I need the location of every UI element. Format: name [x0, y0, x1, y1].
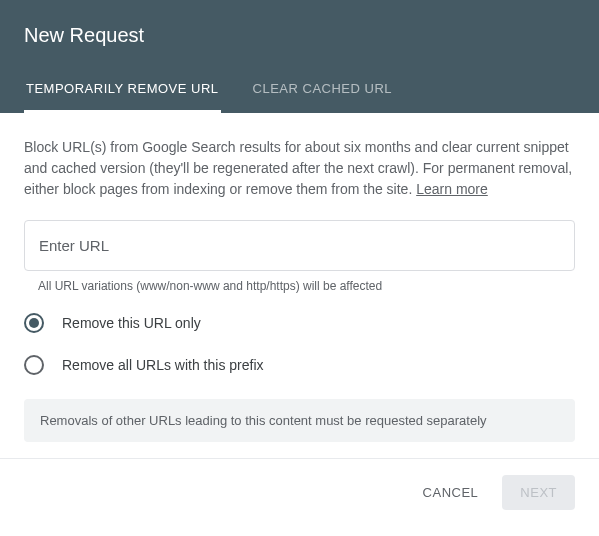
- tab-clear-cached[interactable]: CLEAR CACHED URL: [251, 67, 394, 113]
- radio-label: Remove this URL only: [62, 315, 201, 331]
- cancel-button[interactable]: CANCEL: [407, 475, 495, 510]
- radio-icon: [24, 355, 44, 375]
- learn-more-link[interactable]: Learn more: [416, 181, 488, 197]
- radio-icon: [24, 313, 44, 333]
- tab-bar: TEMPORARILY REMOVE URL CLEAR CACHED URL: [24, 67, 575, 113]
- dialog-footer: CANCEL NEXT: [0, 458, 599, 526]
- description-body: Block URL(s) from Google Search results …: [24, 139, 572, 197]
- description-text: Block URL(s) from Google Search results …: [24, 137, 575, 200]
- dialog-header: New Request TEMPORARILY REMOVE URL CLEAR…: [0, 0, 599, 113]
- url-input[interactable]: [24, 220, 575, 271]
- dialog-content: Block URL(s) from Google Search results …: [0, 113, 599, 458]
- radio-group: Remove this URL only Remove all URLs wit…: [24, 313, 575, 375]
- next-button[interactable]: NEXT: [502, 475, 575, 510]
- radio-label: Remove all URLs with this prefix: [62, 357, 264, 373]
- radio-remove-prefix[interactable]: Remove all URLs with this prefix: [24, 355, 575, 375]
- radio-remove-url-only[interactable]: Remove this URL only: [24, 313, 575, 333]
- dialog-title: New Request: [24, 24, 575, 67]
- info-box: Removals of other URLs leading to this c…: [24, 399, 575, 442]
- url-helper-text: All URL variations (www/non-www and http…: [38, 279, 575, 293]
- tab-temporarily-remove[interactable]: TEMPORARILY REMOVE URL: [24, 67, 221, 113]
